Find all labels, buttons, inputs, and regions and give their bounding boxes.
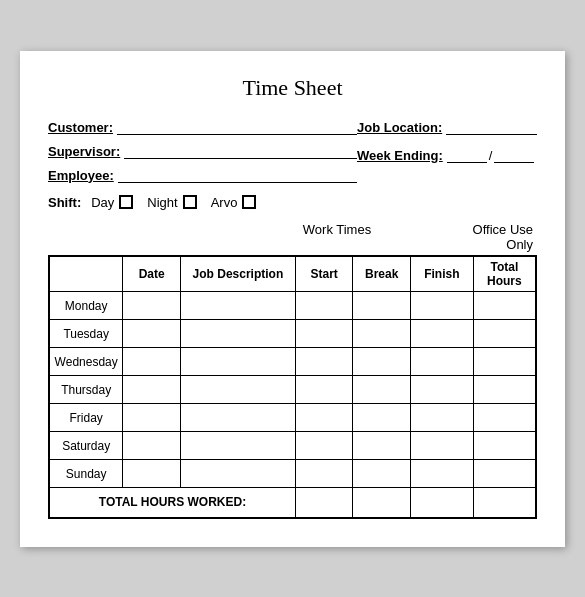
finish-cell[interactable] (410, 348, 473, 376)
jobdesc-cell[interactable] (180, 320, 295, 348)
employee-row: Employee: (48, 167, 357, 183)
timesheet-table: Date Job Description Start Break Finish … (48, 255, 537, 519)
total-value-cell[interactable] (473, 488, 536, 518)
jobdesc-cell[interactable] (180, 348, 295, 376)
col-header-day (49, 256, 123, 292)
shift-arvo-text: Arvo (211, 195, 238, 210)
customer-input[interactable] (117, 119, 357, 135)
table-row: Sunday (49, 460, 536, 488)
jobdesc-cell[interactable] (180, 376, 295, 404)
break-cell[interactable] (353, 460, 411, 488)
day-cell: Sunday (49, 460, 123, 488)
date-cell[interactable] (123, 432, 181, 460)
finish-cell[interactable] (410, 460, 473, 488)
week-slash: / (489, 148, 493, 163)
jobdesc-cell[interactable] (180, 292, 295, 320)
break-cell[interactable] (353, 432, 411, 460)
week-end-input[interactable] (494, 147, 534, 163)
shift-day-checkbox[interactable] (119, 195, 133, 209)
supervisor-input[interactable] (124, 143, 357, 159)
supervisor-label: Supervisor: (48, 144, 120, 159)
total-cell[interactable] (473, 320, 536, 348)
timesheet-page: Time Sheet Customer: Supervisor: Employe… (20, 51, 565, 547)
start-cell[interactable] (295, 376, 353, 404)
finish-cell[interactable] (410, 292, 473, 320)
form-section: Customer: Supervisor: Employee: Job Loca… (48, 119, 537, 191)
finish-cell[interactable] (410, 320, 473, 348)
day-cell: Thursday (49, 376, 123, 404)
finish-cell[interactable] (410, 404, 473, 432)
job-location-label: Job Location: (357, 120, 442, 135)
start-cell[interactable] (295, 404, 353, 432)
start-cell[interactable] (295, 292, 353, 320)
total-start-cell (295, 488, 353, 518)
finish-cell[interactable] (410, 432, 473, 460)
finish-cell[interactable] (410, 376, 473, 404)
col-header-break: Break (353, 256, 411, 292)
table-row: Thursday (49, 376, 536, 404)
table-row: Friday (49, 404, 536, 432)
employee-label: Employee: (48, 168, 114, 183)
table-row: Saturday (49, 432, 536, 460)
total-cell[interactable] (473, 460, 536, 488)
total-cell[interactable] (473, 432, 536, 460)
day-cell: Monday (49, 292, 123, 320)
date-cell[interactable] (123, 376, 181, 404)
day-cell: Saturday (49, 432, 123, 460)
page-title: Time Sheet (48, 75, 537, 101)
office-use-header: Office Use Only (457, 222, 537, 252)
shift-arvo-checkbox[interactable] (242, 195, 256, 209)
total-finish-cell (410, 488, 473, 518)
col-header-start: Start (295, 256, 353, 292)
table-row: Monday (49, 292, 536, 320)
job-location-input[interactable] (446, 119, 537, 135)
start-cell[interactable] (295, 432, 353, 460)
table-row: Wednesday (49, 348, 536, 376)
start-cell[interactable] (295, 320, 353, 348)
supervisor-row: Supervisor: (48, 143, 357, 159)
date-cell[interactable] (123, 348, 181, 376)
shift-arvo-option: Arvo (211, 195, 265, 210)
col-header-date: Date (123, 256, 181, 292)
jobdesc-cell[interactable] (180, 460, 295, 488)
break-cell[interactable] (353, 404, 411, 432)
table-subheader: Work Times Office Use Only (48, 222, 537, 252)
shift-night-checkbox[interactable] (183, 195, 197, 209)
date-cell[interactable] (123, 460, 181, 488)
form-right: Job Location: Week Ending: / (357, 119, 537, 191)
week-ending-label: Week Ending: (357, 148, 443, 163)
work-times-header: Work Times (217, 222, 457, 252)
total-break-cell (353, 488, 411, 518)
jobdesc-cell[interactable] (180, 432, 295, 460)
shift-night-option: Night (147, 195, 204, 210)
col-header-jobdesc: Job Description (180, 256, 295, 292)
col-header-total: TotalHours (473, 256, 536, 292)
shift-label: Shift: (48, 195, 81, 210)
day-cell: Tuesday (49, 320, 123, 348)
date-cell[interactable] (123, 320, 181, 348)
shift-day-text: Day (91, 195, 114, 210)
col-header-finish: Finish (410, 256, 473, 292)
total-cell[interactable] (473, 348, 536, 376)
table-header-row: Date Job Description Start Break Finish … (49, 256, 536, 292)
break-cell[interactable] (353, 292, 411, 320)
date-cell[interactable] (123, 292, 181, 320)
break-cell[interactable] (353, 376, 411, 404)
total-hours-label: TOTAL HOURS WORKED: (49, 488, 295, 518)
total-cell[interactable] (473, 404, 536, 432)
jobdesc-cell[interactable] (180, 404, 295, 432)
day-cell: Wednesday (49, 348, 123, 376)
break-cell[interactable] (353, 320, 411, 348)
total-cell[interactable] (473, 376, 536, 404)
start-cell[interactable] (295, 348, 353, 376)
shift-night-text: Night (147, 195, 177, 210)
break-cell[interactable] (353, 348, 411, 376)
total-hours-row: TOTAL HOURS WORKED: (49, 488, 536, 518)
start-cell[interactable] (295, 460, 353, 488)
week-start-input[interactable] (447, 147, 487, 163)
employee-input[interactable] (118, 167, 357, 183)
shift-row: Shift: Day Night Arvo (48, 195, 537, 210)
job-location-row: Job Location: (357, 119, 537, 135)
total-cell[interactable] (473, 292, 536, 320)
date-cell[interactable] (123, 404, 181, 432)
